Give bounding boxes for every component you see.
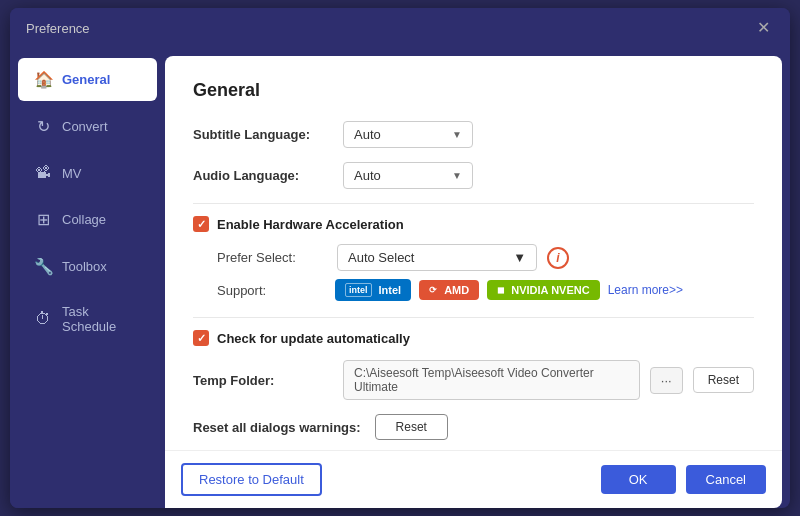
sidebar-item-convert[interactable]: ↻ Convert: [18, 105, 157, 148]
close-button[interactable]: ✕: [753, 18, 774, 38]
toolbox-icon: 🔧: [34, 257, 52, 276]
content-area: General Subtitle Language: Auto ▼ Audio …: [165, 56, 782, 450]
sidebar-label-general: General: [62, 72, 110, 87]
support-row: Support: intel Intel ⟳ AMD ◼ NVIDIA NVEN…: [217, 279, 754, 301]
sidebar-item-collage[interactable]: ⊞ Collage: [18, 198, 157, 241]
cancel-button[interactable]: Cancel: [686, 465, 766, 494]
hardware-acceleration-section: ✓ Enable Hardware Acceleration Prefer Se…: [193, 216, 754, 301]
audio-dropdown-arrow: ▼: [452, 170, 462, 181]
subtitle-language-label: Subtitle Language:: [193, 127, 333, 142]
ok-button[interactable]: OK: [601, 465, 676, 494]
nvidia-label: NVIDIA NVENC: [511, 284, 589, 296]
hardware-acceleration-checkbox[interactable]: ✓: [193, 216, 209, 232]
auto-update-checkmark: ✓: [197, 332, 206, 345]
temp-folder-label: Temp Folder:: [193, 373, 333, 388]
convert-icon: ↻: [34, 117, 52, 136]
audio-language-label: Audio Language:: [193, 168, 333, 183]
sidebar-label-task: Task Schedule: [62, 304, 141, 334]
amd-label: AMD: [444, 284, 469, 296]
intel-label: Intel: [379, 284, 402, 296]
auto-update-label: Check for update automatically: [217, 331, 410, 346]
sidebar-item-mv[interactable]: 📽 MV: [18, 152, 157, 194]
action-buttons: OK Cancel: [601, 465, 766, 494]
preference-window: Preference ✕ 🏠 General ↻ Convert 📽 MV ⊞ …: [10, 8, 790, 508]
sidebar-label-toolbox: Toolbox: [62, 259, 107, 274]
content-wrapper: General Subtitle Language: Auto ▼ Audio …: [165, 48, 790, 508]
main-content: 🏠 General ↻ Convert 📽 MV ⊞ Collage 🔧 Too…: [10, 48, 790, 508]
reset-dialogs-button[interactable]: Reset: [375, 414, 448, 440]
support-label: Support:: [217, 283, 327, 298]
auto-update-checkbox[interactable]: ✓: [193, 330, 209, 346]
reset-dialogs-row: Reset all dialogs warnings: Reset: [193, 414, 754, 440]
window-title: Preference: [26, 21, 90, 36]
amd-chip: ⟳ AMD: [419, 280, 479, 300]
sidebar-label-mv: MV: [62, 166, 82, 181]
temp-folder-row: Temp Folder: C:\Aiseesoft Temp\Aiseesoft…: [193, 360, 754, 400]
sidebar-item-general[interactable]: 🏠 General: [18, 58, 157, 101]
sidebar-item-task-schedule[interactable]: ⏱ Task Schedule: [18, 292, 157, 346]
page-title: General: [193, 80, 754, 101]
temp-folder-browse-button[interactable]: ···: [650, 367, 683, 394]
intel-logo: intel: [345, 283, 372, 297]
prefer-select-value: Auto Select: [348, 250, 415, 265]
sidebar-item-toolbox[interactable]: 🔧 Toolbox: [18, 245, 157, 288]
audio-language-value: Auto: [354, 168, 381, 183]
divider-2: [193, 317, 754, 318]
hardware-acceleration-label: Enable Hardware Acceleration: [217, 217, 404, 232]
info-icon[interactable]: i: [547, 247, 569, 269]
hardware-acceleration-row: ✓ Enable Hardware Acceleration: [193, 216, 754, 232]
sidebar: 🏠 General ↻ Convert 📽 MV ⊞ Collage 🔧 Too…: [10, 48, 165, 508]
task-icon: ⏱: [34, 310, 52, 328]
prefer-select-row: Prefer Select: Auto Select ▼ i: [217, 244, 754, 271]
learn-more-link[interactable]: Learn more>>: [608, 283, 683, 297]
title-bar: Preference ✕: [10, 8, 790, 48]
amd-logo-symbol: ⟳: [429, 285, 437, 295]
bottom-bar: Restore to Default OK Cancel: [165, 450, 782, 508]
checkmark-icon: ✓: [197, 218, 206, 231]
mv-icon: 📽: [34, 164, 52, 182]
subtitle-language-dropdown[interactable]: Auto ▼: [343, 121, 473, 148]
prefer-select-dropdown[interactable]: Auto Select ▼: [337, 244, 537, 271]
subtitle-dropdown-arrow: ▼: [452, 129, 462, 140]
prefer-select-label: Prefer Select:: [217, 250, 327, 265]
temp-folder-reset-button[interactable]: Reset: [693, 367, 754, 393]
audio-language-row: Audio Language: Auto ▼: [193, 162, 754, 189]
divider-1: [193, 203, 754, 204]
intel-chip: intel Intel: [335, 279, 411, 301]
auto-update-row: ✓ Check for update automatically: [193, 330, 754, 346]
subtitle-language-value: Auto: [354, 127, 381, 142]
nvidia-logo-symbol: ◼: [497, 285, 504, 295]
prefer-dropdown-arrow: ▼: [513, 250, 526, 265]
reset-dialogs-label: Reset all dialogs warnings:: [193, 420, 361, 435]
sidebar-label-collage: Collage: [62, 212, 106, 227]
nvidia-chip: ◼ NVIDIA NVENC: [487, 280, 599, 300]
audio-language-dropdown[interactable]: Auto ▼: [343, 162, 473, 189]
subtitle-language-row: Subtitle Language: Auto ▼: [193, 121, 754, 148]
temp-folder-path: C:\Aiseesoft Temp\Aiseesoft Video Conver…: [343, 360, 640, 400]
home-icon: 🏠: [34, 70, 52, 89]
restore-default-button[interactable]: Restore to Default: [181, 463, 322, 496]
sidebar-label-convert: Convert: [62, 119, 108, 134]
collage-icon: ⊞: [34, 210, 52, 229]
